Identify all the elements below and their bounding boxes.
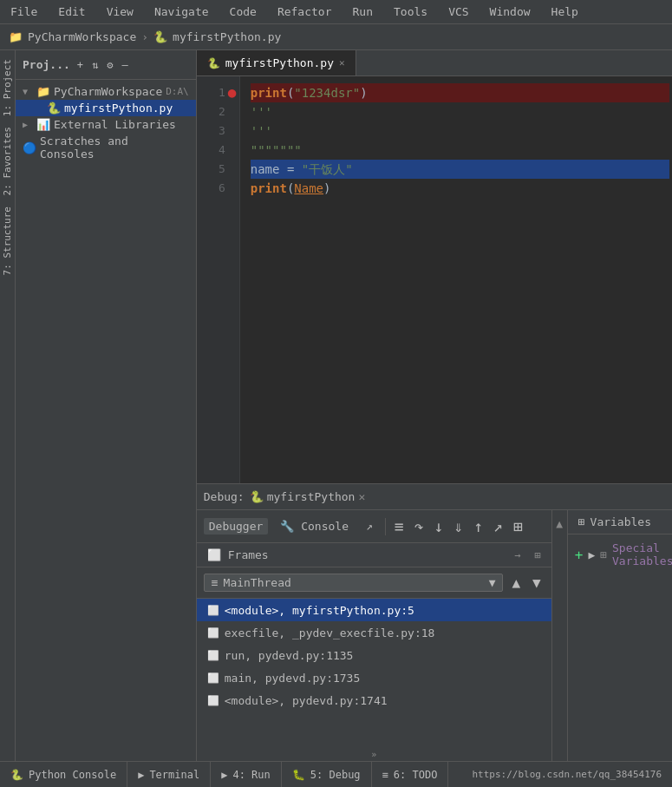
vtab-structure[interactable]: 7: Structure xyxy=(0,201,15,280)
tree-label-scratches: Scratches and Consoles xyxy=(40,134,189,161)
console-icon: 🔧 xyxy=(280,520,294,533)
line-num-3: 3 xyxy=(197,121,232,141)
status-run[interactable]: ▶ 4: Run xyxy=(211,762,282,787)
debug-tab-file[interactable]: 🐍 myfirstPython ✕ xyxy=(250,490,366,503)
thread-down-btn[interactable]: ▼ xyxy=(529,573,545,593)
step-over-btn[interactable]: ↷ xyxy=(413,515,426,537)
vtab-project[interactable]: 1: Project xyxy=(0,54,15,121)
status-debug[interactable]: 🐛 5: Debug xyxy=(282,762,372,787)
minimize-icon[interactable]: — xyxy=(121,57,130,73)
menu-tools[interactable]: Tools xyxy=(390,3,431,20)
menu-navigate[interactable]: Navigate xyxy=(151,3,212,20)
menu-code[interactable]: Code xyxy=(226,3,260,20)
frames-more[interactable]: ⊞ xyxy=(535,549,541,561)
frame-label-1: execfile, _pydev_execfile.py:18 xyxy=(225,626,435,639)
sidebar-title: Proj... xyxy=(23,58,70,71)
breakpoint-icon: ● xyxy=(228,83,237,102)
menu-refactor[interactable]: Refactor xyxy=(274,3,336,20)
frame-label-0: <module>, myfirstPython.py:5 xyxy=(225,604,414,617)
frame-item-2[interactable]: ⬜ run, pydevd.py:1135 xyxy=(197,644,551,666)
frame-icon-4: ⬜ xyxy=(207,695,219,706)
tree-item-ext-libs[interactable]: ▶ 📊 External Libraries xyxy=(16,116,196,133)
tab-close-icon[interactable]: ✕ xyxy=(339,57,345,69)
thread-dropdown[interactable]: ≡ MainThread ▼ xyxy=(204,574,504,592)
debugger-tab[interactable]: Debugger xyxy=(204,518,269,535)
breadcrumb-sep: › xyxy=(141,30,148,43)
menu-help[interactable]: Help xyxy=(548,3,582,20)
status-todo[interactable]: ≡ 6: TODO xyxy=(372,762,449,787)
code-chinese: "干饭人" xyxy=(302,160,353,179)
code-print-1: print xyxy=(251,83,287,102)
thread-icon: ≡ xyxy=(212,576,219,589)
frame-item-3[interactable]: ⬜ main, pydevd.py:1735 xyxy=(197,666,551,689)
sort-icon[interactable]: ⇅ xyxy=(90,57,100,73)
menu-file[interactable]: File xyxy=(7,3,41,20)
vtab-favorites[interactable]: 2: Favorites xyxy=(0,121,15,200)
console-tab[interactable]: 🔧 Console xyxy=(275,518,354,535)
python-file-icon: 🐍 xyxy=(47,102,61,115)
terminal-icon: ▶ xyxy=(138,769,144,781)
python-console-icon: 🐍 xyxy=(10,769,23,781)
special-vars-label: Special Variables xyxy=(612,541,672,567)
debug-panel: Debug: 🐍 myfirstPython ✕ Debugger 🔧 Cons… xyxy=(197,483,672,761)
debug-tab-name: myfirstPython xyxy=(267,490,356,503)
tree-label-workspace: PyCharmWorkspace xyxy=(54,85,162,98)
debug-tab-close[interactable]: ✕ xyxy=(358,490,365,503)
menu-vcs[interactable]: VCS xyxy=(445,3,472,20)
step-into-mine-btn[interactable]: ⇓ xyxy=(452,515,465,537)
attach-btn[interactable]: ↗ xyxy=(361,518,378,535)
frame-item-1[interactable]: ⬜ execfile, _pydev_execfile.py:18 xyxy=(197,621,551,644)
code-string-4: """"""" xyxy=(251,141,302,160)
frame-label-4: <module>, pydevd.py:1741 xyxy=(225,694,388,707)
step-into-btn[interactable]: ↓ xyxy=(433,515,446,537)
eval-btn[interactable]: ⊞ xyxy=(512,515,525,537)
add-icon[interactable]: + xyxy=(75,57,85,73)
run-cursor-btn[interactable]: ↗ xyxy=(492,515,505,537)
special-vars-icon: ⊞ xyxy=(600,548,607,561)
thread-selector: ≡ MainThread ▼ ▲ ▼ xyxy=(197,567,551,599)
tree-item-workspace[interactable]: ▼ 📁 PyCharmWorkspace D:A\ xyxy=(16,83,196,100)
var-add-item: + ▶ ⊞ Special Variables xyxy=(575,538,672,571)
debug-tabs-bar: Debug: 🐍 myfirstPython ✕ xyxy=(197,484,672,510)
tree-item-file[interactable]: 🐍 myfirstPython.py xyxy=(16,100,196,116)
tab-filename: myfirstPython.py xyxy=(225,56,334,69)
frame-item-4[interactable]: ⬜ <module>, pydevd.py:1741 xyxy=(197,689,551,712)
status-python-console[interactable]: 🐍 Python Console xyxy=(0,762,127,787)
code-line-4: """"""" xyxy=(251,141,670,160)
menu-run[interactable]: Run xyxy=(349,3,376,20)
more-arrows[interactable]: » xyxy=(197,748,551,761)
code-content[interactable]: ● print("1234dsr") ''' ''' """"""" name … xyxy=(240,76,672,483)
thread-up-btn[interactable]: ▲ xyxy=(508,573,524,593)
debug-status-label: 5: Debug xyxy=(310,769,361,781)
menu-view[interactable]: View xyxy=(103,3,137,20)
line-num-5: 5 xyxy=(197,160,232,179)
frame-icon-1: ⬜ xyxy=(207,627,219,639)
terminal-label: Terminal xyxy=(149,769,199,781)
frame-item-0[interactable]: ⬜ <module>, myfirstPython.py:5 xyxy=(197,599,551,621)
tree-label-ext-libs: External Libraries xyxy=(54,118,176,131)
editor-tab-main[interactable]: 🐍 myfirstPython.py ✕ xyxy=(197,50,356,75)
frames-arrow[interactable]: → xyxy=(514,549,520,561)
resume-btn[interactable]: ≡ xyxy=(393,515,406,537)
menu-window[interactable]: Window xyxy=(486,3,534,20)
todo-icon: ≡ xyxy=(382,769,388,781)
scroll-up-icon[interactable]: ▲ xyxy=(556,517,563,530)
breadcrumb-file[interactable]: myfirstPython.py xyxy=(173,30,281,43)
status-terminal[interactable]: ▶ Terminal xyxy=(127,762,211,787)
var-expand-btn[interactable]: ▶ xyxy=(588,548,595,561)
code-name-2: Name xyxy=(294,179,323,198)
code-line-1: ● print("1234dsr") xyxy=(251,83,670,102)
code-editor: 1 2 3 4 5 6 ● print("1234dsr") ''' xyxy=(197,76,672,483)
tree-arrow-workspace: ▼ xyxy=(23,87,33,96)
line-numbers: 1 2 3 4 5 6 xyxy=(197,76,240,483)
menu-bar: File Edit View Navigate Code Refactor Ru… xyxy=(0,0,672,24)
var-add-btn[interactable]: + xyxy=(575,547,584,563)
vars-icon: ⊞ xyxy=(578,515,585,528)
line-num-2: 2 xyxy=(197,102,232,121)
step-out-btn[interactable]: ↑ xyxy=(472,515,485,537)
breadcrumb-workspace[interactable]: PyCharmWorkspace xyxy=(28,30,136,43)
code-line-3: ''' xyxy=(251,121,670,141)
settings-icon[interactable]: ⚙ xyxy=(105,57,114,73)
tree-item-scratches[interactable]: 🔵 Scratches and Consoles xyxy=(16,133,196,162)
menu-edit[interactable]: Edit xyxy=(55,3,88,20)
